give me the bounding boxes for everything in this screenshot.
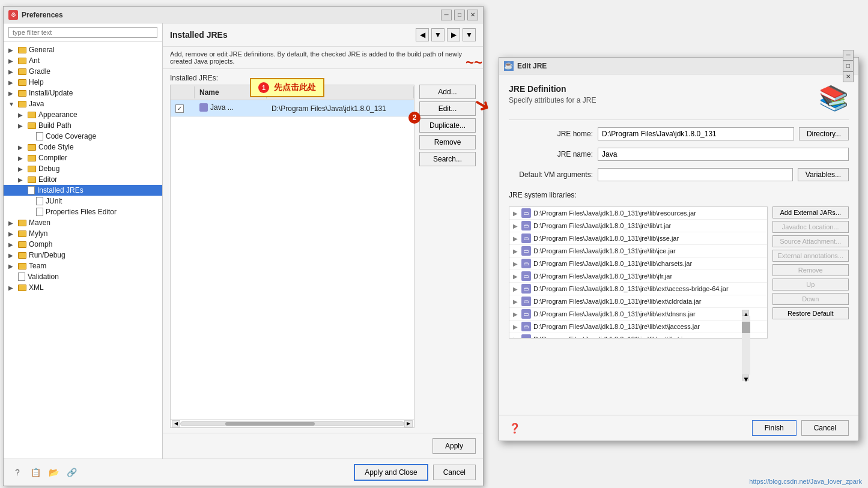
forward-button[interactable]: ▶ xyxy=(447,28,460,41)
restore-default-button[interactable]: Restore Default xyxy=(772,307,849,319)
folder-icon-team xyxy=(18,263,26,270)
source-attachment-button[interactable]: Source Attachment... xyxy=(772,235,849,247)
jre-name-input[interactable] xyxy=(598,148,849,161)
preferences-title: Preferences xyxy=(22,11,441,19)
directory-button[interactable]: Directory... xyxy=(799,127,849,140)
content-title: Installed JREs xyxy=(170,30,228,40)
edit-maximize-button[interactable]: □ xyxy=(843,61,854,71)
sidebar-label-help: Help xyxy=(29,78,44,86)
remove-button[interactable]: Remove xyxy=(419,135,476,149)
link-icon[interactable]: 🔗 xyxy=(65,466,78,479)
minimize-button[interactable]: ─ xyxy=(441,10,452,20)
back-button[interactable]: ◀ xyxy=(416,28,429,41)
scroll-down-btn[interactable]: ▼ xyxy=(742,375,749,381)
sidebar-item-run-debug[interactable]: ▶ Run/Debug xyxy=(4,250,162,261)
lib-item-6[interactable]: ▶ 🗃 D:\Program Files\Java\jdk1.8.0_131\j… xyxy=(509,283,767,295)
expand-icon-validation xyxy=(8,274,17,280)
folder-icon-editor xyxy=(28,176,36,183)
sidebar-label-oomph: Oomph xyxy=(29,240,52,249)
sidebar-item-maven[interactable]: ▶ Maven xyxy=(4,217,162,228)
sidebar-item-build-path[interactable]: ▶ Build Path xyxy=(4,120,162,131)
lib-item-10[interactable]: ▶ 🗃 D:\Program Files\Java\jdk1.8.0_131\j… xyxy=(509,333,767,339)
sidebar-item-install-update[interactable]: ▶ Install/Update xyxy=(4,88,162,98)
nav-dropdown-button[interactable]: ▼ xyxy=(431,28,445,41)
edit-minimize-button[interactable]: ─ xyxy=(843,50,854,61)
sidebar-item-validation[interactable]: Validation xyxy=(4,271,162,282)
sidebar-item-installed-jres[interactable]: Installed JREs xyxy=(4,185,162,196)
sidebar-item-appearance[interactable]: ▶ Appearance xyxy=(4,109,162,120)
maximize-button[interactable]: □ xyxy=(454,10,465,20)
search-button[interactable]: Search... xyxy=(419,152,476,166)
jre-home-input[interactable] xyxy=(598,127,794,140)
filter-input[interactable] xyxy=(8,27,157,38)
lib-item-0[interactable]: ▶ 🗃 D:\Program Files\Java\jdk1.8.0_131\j… xyxy=(509,207,767,220)
vm-args-input[interactable] xyxy=(598,168,793,181)
javadoc-location-button[interactable]: Javadoc Location... xyxy=(772,221,849,233)
lib-item-3[interactable]: ▶ 🗃 D:\Program Files\Java\jdk1.8.0_131\j… xyxy=(509,245,767,258)
lib-item-7[interactable]: ▶ 🗃 D:\Program Files\Java\jdk1.8.0_131\j… xyxy=(509,295,767,308)
scroll-right-btn[interactable]: ▶ xyxy=(404,420,413,427)
sidebar-item-oomph[interactable]: ▶ Oomph xyxy=(4,239,162,250)
lib-up-button[interactable]: Up xyxy=(772,279,849,291)
table-scrollbar[interactable]: ◀ ▶ xyxy=(171,419,414,427)
lib-item-2[interactable]: ▶ 🗃 D:\Program Files\Java\jdk1.8.0_131\j… xyxy=(509,232,767,245)
lib-expand-8: ▶ xyxy=(513,311,520,318)
row-checkbox[interactable]: ✓ xyxy=(175,104,184,113)
apply-close-button[interactable]: Apply and Close xyxy=(354,464,428,481)
sidebar-item-xml[interactable]: ▶ XML xyxy=(4,282,162,293)
edit-help-icon[interactable]: ❓ xyxy=(509,423,521,434)
sidebar-item-editor[interactable]: ▶ Editor xyxy=(4,174,162,185)
libraries-list[interactable]: ▶ 🗃 D:\Program Files\Java\jdk1.8.0_131\j… xyxy=(509,206,768,339)
jre-action-buttons: Add... Edit... Duplicate... Remove Searc… xyxy=(419,85,476,428)
scrollbar-track[interactable] xyxy=(180,421,404,426)
scroll-up-btn[interactable]: ▲ xyxy=(742,310,749,316)
sidebar-item-team[interactable]: ▶ Team xyxy=(4,261,162,271)
edit-cancel-button[interactable]: Cancel xyxy=(801,420,849,436)
lib-item-9[interactable]: ▶ 🗃 D:\Program Files\Java\jdk1.8.0_131\j… xyxy=(509,321,767,333)
sidebar-item-gradle[interactable]: ▶ Gradle xyxy=(4,66,162,77)
expand-icon-appearance: ▶ xyxy=(18,112,26,118)
preferences-window-icon: ⚙ xyxy=(8,10,18,20)
finish-button[interactable]: Finish xyxy=(752,420,797,436)
sidebar-item-code-style[interactable]: ▶ Code Style xyxy=(4,142,162,152)
variables-button[interactable]: Variables... xyxy=(798,168,849,181)
apply-button[interactable]: Apply xyxy=(432,438,476,454)
cancel-button[interactable]: Cancel xyxy=(433,465,476,480)
sidebar-item-properties-files-editor[interactable]: Properties Files Editor xyxy=(4,206,162,217)
add-external-jars-button[interactable]: Add External JARs... xyxy=(772,206,849,218)
table-row[interactable]: ✓ Java ... D:\Program Files\Java\jdk1.8.… xyxy=(171,100,414,117)
lib-item-8[interactable]: ▶ 🗃 D:\Program Files\Java\jdk1.8.0_131\j… xyxy=(509,308,767,321)
expand-icon-gradle: ▶ xyxy=(8,68,17,75)
lib-item-4[interactable]: ▶ 🗃 D:\Program Files\Java\jdk1.8.0_131\j… xyxy=(509,258,767,270)
close-button[interactable]: ✕ xyxy=(467,10,478,20)
sidebar-item-ant[interactable]: ▶ Ant xyxy=(4,55,162,66)
sidebar-item-code-coverage[interactable]: Code Coverage xyxy=(4,131,162,142)
scroll-left-btn[interactable]: ◀ xyxy=(172,420,180,427)
sidebar-item-java[interactable]: ▼ Java xyxy=(4,98,162,109)
folder-icon-compiler xyxy=(28,155,36,161)
sidebar-label-props: Properties Files Editor xyxy=(46,208,117,216)
sidebar-label-mylyn: Mylyn xyxy=(29,229,47,238)
lib-icon-2: 🗃 xyxy=(521,233,531,243)
sidebar-item-junit[interactable]: JUnit xyxy=(4,196,162,206)
external-annotations-button[interactable]: External annotations... xyxy=(772,250,849,262)
lib-remove-button[interactable]: Remove xyxy=(772,264,849,276)
sidebar-tree: ▶ General ▶ Ant ▶ Gradle ▶ xyxy=(4,42,162,459)
sidebar-item-compiler[interactable]: ▶ Compiler xyxy=(4,152,162,163)
lib-list-scrollbar[interactable]: ▲ ▼ xyxy=(742,310,750,381)
bottom-actions: ? 📋 📂 🔗 Apply and Close Cancel xyxy=(11,464,476,481)
lib-item-5[interactable]: ▶ 🗃 D:\Program Files\Java\jdk1.8.0_131\j… xyxy=(509,270,767,283)
import-icon[interactable]: 📂 xyxy=(47,466,60,479)
duplicate-button[interactable]: Duplicate... xyxy=(419,118,476,133)
sidebar-item-general[interactable]: ▶ General xyxy=(4,44,162,55)
export-icon[interactable]: 📋 xyxy=(29,466,42,479)
sidebar-item-debug[interactable]: ▶ Debug xyxy=(4,163,162,174)
forward-dropdown-button[interactable]: ▼ xyxy=(463,28,476,41)
sidebar-item-mylyn[interactable]: ▶ Mylyn xyxy=(4,228,162,239)
help-icon[interactable]: ? xyxy=(11,466,24,479)
sidebar-item-help[interactable]: ▶ Help xyxy=(4,77,162,88)
lib-item-1[interactable]: ▶ 🗃 D:\Program Files\Java\jdk1.8.0_131\j… xyxy=(509,220,767,232)
edit-button[interactable]: Edit... xyxy=(419,101,476,116)
lib-down-button[interactable]: Down xyxy=(772,293,849,305)
add-button[interactable]: Add... xyxy=(419,85,476,99)
